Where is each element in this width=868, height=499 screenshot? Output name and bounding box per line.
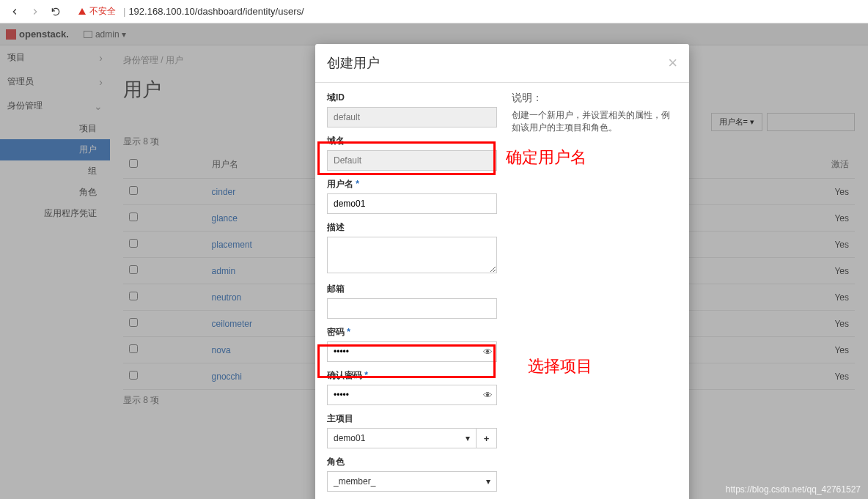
modal-title: 创建用户 — [327, 54, 380, 72]
label-confirm: 确认密码 * — [327, 369, 497, 382]
label-project: 主项目 — [327, 413, 497, 425]
domain-name-field: Default — [327, 150, 497, 171]
confirm-password-input[interactable] — [327, 385, 497, 405]
add-project-button[interactable]: + — [477, 428, 497, 448]
eye-icon[interactable]: 👁 — [483, 347, 493, 358]
role-select[interactable]: _member_▾ — [327, 471, 497, 492]
back-button[interactable] — [7, 4, 22, 19]
watermark: https://blog.csdn.net/qq_42761527 — [726, 484, 861, 495]
reload-button[interactable] — [48, 4, 63, 19]
not-secure-badge: 不安全 — [78, 5, 116, 18]
label-desc: 描述 — [327, 221, 497, 234]
password-input[interactable] — [327, 341, 497, 362]
label-email: 邮箱 — [327, 283, 497, 295]
label-domain-name: 域名 — [327, 135, 497, 147]
project-select[interactable]: demo01▾ — [327, 428, 477, 448]
label-password: 密码 * — [327, 326, 497, 339]
url-text[interactable]: 192.168.100.10/dashboard/identity/users/ — [128, 6, 304, 17]
label-domain-id: 域ID — [327, 92, 497, 104]
desc-text: 创建一个新用户，并设置相关的属性，例如该用户的主项目和角色。 — [512, 109, 677, 134]
label-username: 用户名 * — [327, 178, 497, 191]
domain-id-field: default — [327, 107, 497, 127]
username-input[interactable] — [327, 193, 497, 214]
desc-title: 说明： — [512, 92, 677, 105]
forward-button[interactable] — [28, 4, 43, 19]
label-role: 角色 — [327, 456, 497, 468]
desc-textarea[interactable] — [327, 237, 497, 273]
create-user-modal: 创建用户 × 域IDdefault 域名Default 用户名 * 描述 邮箱 … — [315, 44, 689, 499]
browser-bar: 不安全 | 192.168.100.10/dashboard/identity/… — [0, 0, 868, 23]
eye-icon-2[interactable]: 👁 — [483, 390, 493, 401]
email-input[interactable] — [327, 298, 497, 319]
close-icon[interactable]: × — [668, 55, 677, 71]
